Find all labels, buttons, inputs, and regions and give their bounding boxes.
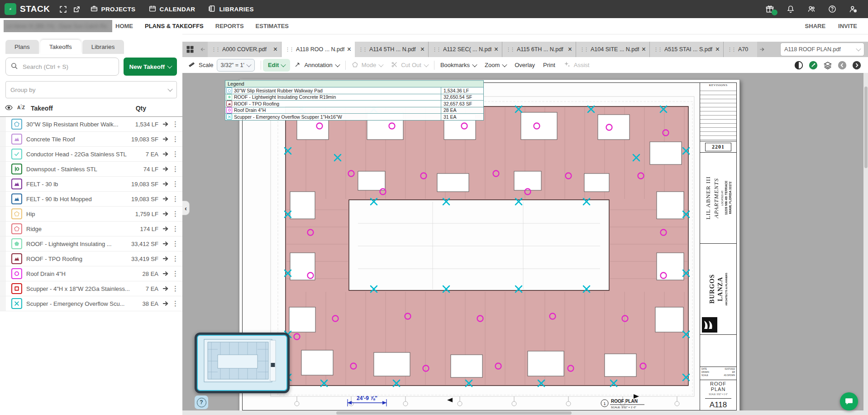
row-menu-icon[interactable]: ⋮ bbox=[172, 180, 179, 188]
tab-libraries[interactable]: Libraries bbox=[82, 40, 124, 54]
drag-handle-icon[interactable]: ⋮⋮ bbox=[653, 47, 662, 53]
stack-logo-icon[interactable] bbox=[5, 3, 16, 15]
go-to-takeoff-icon[interactable] bbox=[162, 256, 169, 261]
go-to-takeoff-icon[interactable] bbox=[162, 181, 169, 187]
row-menu-icon[interactable]: ⋮ bbox=[172, 299, 179, 308]
new-takeoff-button[interactable]: New Takeoff bbox=[124, 58, 177, 76]
print-button[interactable]: Print bbox=[543, 62, 555, 68]
document-tab[interactable]: ⋮⋮A000 COVER.pdf× bbox=[208, 42, 281, 57]
row-menu-icon[interactable]: ⋮ bbox=[172, 150, 179, 158]
horizontal-scrollbar[interactable] bbox=[182, 410, 863, 415]
close-tab-icon[interactable]: × bbox=[420, 45, 424, 53]
row-menu-icon[interactable]: ⋮ bbox=[172, 255, 179, 263]
takeoff-row[interactable]: Downspout - Stainless STL74 LF⋮ bbox=[0, 162, 182, 177]
row-menu-icon[interactable]: ⋮ bbox=[172, 195, 179, 203]
takeoff-row[interactable]: Roof Drain 4"H28 EA⋮ bbox=[0, 266, 182, 281]
go-to-takeoff-icon[interactable] bbox=[162, 151, 169, 157]
drag-handle-icon[interactable]: ⋮⋮ bbox=[285, 47, 293, 53]
share-button[interactable]: SHARE bbox=[805, 23, 826, 29]
bell-icon[interactable] bbox=[784, 2, 797, 16]
sidebar-collapse-button[interactable]: ‹ bbox=[182, 201, 190, 215]
row-menu-icon[interactable]: ⋮ bbox=[172, 240, 179, 248]
row-menu-icon[interactable]: ⋮ bbox=[172, 210, 179, 218]
document-tab[interactable]: ⋮⋮A112 SEC( ... N.pdf× bbox=[429, 42, 502, 57]
overview-navigator[interactable] bbox=[195, 333, 290, 393]
previous-page-icon[interactable] bbox=[837, 60, 847, 70]
takeoff-row[interactable]: Scupper - Emergency Overflow Scu...38 EA… bbox=[0, 296, 182, 311]
plan-viewer[interactable]: 24'-9 ⅞" 1 ROOF PLAN SCALE: 3/32" = 1'-0… bbox=[182, 73, 868, 415]
nav-plans-takeoffs[interactable]: PLANS & TAKEOFFS bbox=[145, 23, 204, 29]
grid-view-icon[interactable] bbox=[182, 42, 198, 57]
takeoff-legend[interactable]: Legend 30"W Slip Resistant Rubber Walkwa… bbox=[225, 80, 484, 121]
drag-handle-icon[interactable]: ⋮⋮ bbox=[358, 47, 367, 53]
nav-calendar[interactable]: CALENDAR bbox=[148, 5, 196, 14]
go-to-takeoff-icon[interactable] bbox=[162, 301, 169, 306]
takeoff-tool-icon[interactable] bbox=[808, 60, 818, 70]
row-menu-icon[interactable]: ⋮ bbox=[172, 225, 179, 233]
nav-home[interactable]: HOME bbox=[115, 23, 133, 29]
close-tab-icon[interactable]: × bbox=[642, 45, 646, 53]
takeoff-row[interactable]: 30"W Slip Resistant Rubber Walk...1,534 … bbox=[0, 117, 182, 132]
row-menu-icon[interactable]: ⋮ bbox=[172, 165, 179, 173]
document-tab[interactable]: ⋮⋮A114 5TH ... N.pdf× bbox=[355, 42, 429, 57]
document-tab[interactable]: ⋮⋮A118 ROO ... N.pdf× bbox=[281, 42, 355, 57]
edit-mode-button[interactable]: Edit bbox=[263, 59, 291, 72]
tab-takeoffs[interactable]: Takeoffs bbox=[40, 40, 81, 54]
vertical-scrollbar[interactable] bbox=[863, 73, 868, 415]
tab-plans[interactable]: Plans bbox=[5, 40, 39, 54]
go-to-takeoff-icon[interactable] bbox=[162, 196, 169, 202]
document-tab[interactable]: ⋮⋮A70 bbox=[724, 42, 757, 57]
drag-handle-icon[interactable]: ⋮⋮ bbox=[506, 47, 514, 53]
gift-icon[interactable] bbox=[763, 2, 777, 16]
takeoff-row[interactable]: Scupper - 4"H x 18"W 22Ga Stainless...7 … bbox=[0, 281, 182, 296]
document-tab[interactable]: ⋮⋮A104 SITE ... N.pdf× bbox=[576, 42, 650, 57]
go-to-takeoff-icon[interactable] bbox=[162, 226, 169, 232]
row-menu-icon[interactable]: ⋮ bbox=[172, 285, 179, 293]
close-tab-icon[interactable]: × bbox=[715, 45, 720, 53]
group-by-select[interactable]: Group by bbox=[5, 81, 177, 98]
close-tab-icon[interactable]: × bbox=[568, 45, 572, 53]
overlay-button[interactable]: Overlay bbox=[515, 62, 535, 68]
takeoff-row[interactable]: FELT - 30 lb19,083 SF⋮ bbox=[0, 177, 182, 192]
takeoff-row[interactable]: Hip1,759 LF⋮ bbox=[0, 207, 182, 222]
invite-button[interactable]: INVITE bbox=[838, 23, 857, 29]
go-to-takeoff-icon[interactable] bbox=[162, 271, 169, 276]
account-settings-icon[interactable] bbox=[846, 2, 860, 16]
takeoff-row[interactable]: ROOF - Lightweight Insulating ...33,412 … bbox=[0, 236, 182, 251]
drag-handle-icon[interactable]: ⋮⋮ bbox=[432, 47, 440, 53]
go-to-takeoff-icon[interactable] bbox=[162, 121, 169, 127]
annotation-button[interactable]: Annotation bbox=[294, 61, 339, 69]
document-tab[interactable]: ⋮⋮A115 6TH ... N.pdf× bbox=[502, 42, 576, 57]
close-tab-icon[interactable]: × bbox=[273, 45, 277, 53]
contrast-toggle-icon[interactable] bbox=[794, 60, 804, 70]
takeoff-row[interactable]: FELT - 90 lb Hot Mopped19,083 SF⋮ bbox=[0, 192, 182, 207]
drag-handle-icon[interactable]: ⋮⋮ bbox=[727, 47, 735, 53]
takeoff-row[interactable]: Concrete Tile Roof19,083 SF⋮ bbox=[0, 132, 182, 147]
drag-handle-icon[interactable]: ⋮⋮ bbox=[211, 47, 219, 53]
row-menu-icon[interactable]: ⋮ bbox=[172, 270, 179, 278]
takeoff-row[interactable]: Conductor Head - 22Ga Stainless STL7 EA⋮ bbox=[0, 147, 182, 162]
users-icon[interactable] bbox=[805, 2, 818, 16]
plan-sheet[interactable]: 24'-9 ⅞" 1 ROOF PLAN SCALE: 3/32" = 1'-0… bbox=[239, 79, 740, 414]
zoom-button[interactable]: Zoom bbox=[485, 62, 506, 68]
search-input[interactable] bbox=[22, 63, 114, 71]
help-button[interactable]: ? bbox=[195, 396, 208, 409]
bookmarks-button[interactable]: Bookmarks bbox=[440, 62, 477, 68]
chat-button[interactable] bbox=[840, 392, 858, 410]
roof-plan-drawing[interactable]: 24'-9 ⅞" 1 ROOF PLAN SCALE: 3/32" = 1'-0… bbox=[243, 83, 700, 410]
next-page-icon[interactable] bbox=[852, 60, 862, 70]
nav-estimates[interactable]: ESTIMATES bbox=[256, 23, 289, 29]
close-tab-icon[interactable]: × bbox=[347, 45, 351, 53]
fullscreen-icon[interactable] bbox=[57, 2, 70, 16]
scale-value-dropdown[interactable]: 3/32" = 1' bbox=[217, 59, 255, 72]
open-external-icon[interactable] bbox=[70, 2, 84, 16]
scroll-tabs-left-icon[interactable] bbox=[198, 42, 208, 57]
close-tab-icon[interactable]: × bbox=[494, 45, 498, 53]
navigator-viewport[interactable] bbox=[197, 335, 287, 391]
go-to-takeoff-icon[interactable] bbox=[162, 136, 169, 142]
file-selector-dropdown[interactable]: A118 ROOF PLAN.pdf bbox=[780, 43, 864, 56]
sort-az-icon[interactable]: AZ bbox=[17, 103, 26, 113]
go-to-takeoff-icon[interactable] bbox=[162, 241, 169, 246]
takeoff-row[interactable]: ROOF - TPO Roofing33,419 SF⋮ bbox=[0, 251, 182, 266]
row-menu-icon[interactable]: ⋮ bbox=[172, 135, 179, 143]
